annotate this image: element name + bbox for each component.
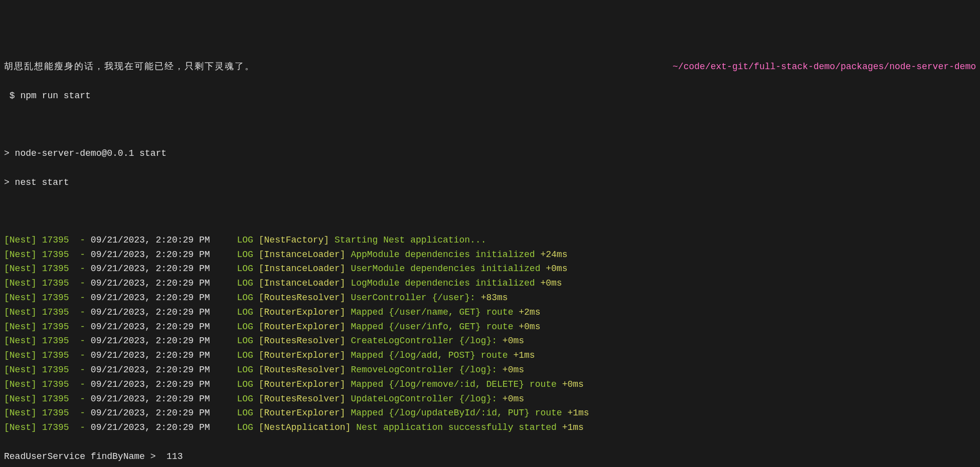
blank-line (4, 204, 976, 218)
nest-timing: +1ms (513, 350, 535, 360)
nest-timestamp: 09/21/2023, 2:20:29 PM (91, 350, 210, 360)
nest-message: Mapped {/log/add, POST} route (351, 350, 508, 360)
nest-pid: 17395 (42, 264, 69, 274)
prompt-line[interactable]: $ npm run start (4, 89, 976, 103)
nest-timing: +0ms (540, 278, 562, 288)
nest-message: Mapped {/log/remove/:id, DELETE} route (351, 379, 556, 389)
nest-log-level: LOG (237, 235, 253, 245)
nest-pid: 17395 (42, 365, 69, 375)
nest-log-level: LOG (237, 408, 253, 418)
nest-timing: +0ms (562, 379, 584, 389)
nest-timestamp: 09/21/2023, 2:20:29 PM (91, 422, 210, 432)
nest-timing: +0ms (503, 365, 524, 375)
header-cwd-path: ~/code/ext-git/full-stack-demo/packages/… (673, 60, 976, 74)
nest-log-level: LOG (237, 264, 253, 274)
nest-pid: 17395 (42, 293, 69, 303)
nest-pid: 17395 (42, 336, 69, 346)
terminal-header: 胡思乱想能瘦身的话，我现在可能已经，只剩下灵魂了。~/code/ext-git/… (4, 60, 976, 74)
nest-timestamp: 09/21/2023, 2:20:29 PM (91, 408, 210, 418)
nest-log-line: [Nest] 17395 - 09/21/2023, 2:20:29 PM LO… (4, 233, 976, 248)
nest-dash: - (69, 350, 91, 360)
nest-message: Nest application successfully started (356, 422, 557, 432)
nest-tag: [Nest] (4, 264, 37, 274)
nest-dash: - (69, 394, 91, 404)
blank-line (4, 117, 976, 132)
nest-dash: - (69, 293, 91, 303)
nest-context: [RouterExplorer] (259, 408, 346, 418)
nest-log-output: [Nest] 17395 - 09/21/2023, 2:20:29 PM LO… (4, 233, 976, 435)
nest-tag: [Nest] (4, 250, 37, 260)
nest-log-level: LOG (237, 278, 253, 288)
nest-log-line: [Nest] 17395 - 09/21/2023, 2:20:29 PM LO… (4, 334, 976, 348)
nest-message: Starting Nest application... (335, 235, 486, 245)
nest-timestamp: 09/21/2023, 2:20:29 PM (91, 250, 210, 260)
nest-log-line: [Nest] 17395 - 09/21/2023, 2:20:29 PM LO… (4, 262, 976, 276)
nest-pid: 17395 (42, 408, 69, 418)
nest-dash: - (69, 278, 91, 288)
nest-context: [RouterExplorer] (259, 322, 346, 332)
nest-context: [InstanceLoader] (259, 264, 346, 274)
nest-tag: [Nest] (4, 408, 37, 418)
nest-pid: 17395 (42, 278, 69, 288)
nest-dash: - (69, 250, 91, 260)
nest-message: Mapped {/user/name, GET} route (351, 307, 513, 317)
header-motto: 胡思乱想能瘦身的话，我现在可能已经，只剩下灵魂了。 (4, 60, 255, 74)
shell-command: npm run start (20, 91, 90, 101)
nest-context: [NestApplication] (259, 422, 351, 432)
nest-log-line: [Nest] 17395 - 09/21/2023, 2:20:29 PM LO… (4, 406, 976, 420)
nest-context: [RoutesResolver] (259, 394, 346, 404)
nest-tag: [Nest] (4, 235, 37, 245)
nest-log-level: LOG (237, 365, 253, 375)
nest-timing: +2ms (519, 307, 540, 317)
nest-context: [RoutesResolver] (259, 336, 346, 346)
nest-log-line: [Nest] 17395 - 09/21/2023, 2:20:29 PM LO… (4, 348, 976, 363)
nest-message: CreateLogController {/log}: (351, 336, 497, 346)
npm-script-line: > nest start (4, 175, 976, 190)
nest-timestamp: 09/21/2023, 2:20:29 PM (91, 336, 210, 346)
nest-dash: - (69, 235, 91, 245)
nest-timestamp: 09/21/2023, 2:20:29 PM (91, 278, 210, 288)
nest-pid: 17395 (42, 422, 69, 432)
nest-message: LogModule dependencies initialized (351, 278, 535, 288)
service-log-output: ReadUserService findByName > 113ReadUser… (4, 449, 976, 467)
nest-log-level: LOG (237, 394, 253, 404)
nest-context: [InstanceLoader] (259, 278, 346, 288)
nest-tag: [Nest] (4, 293, 37, 303)
nest-context: [RoutesResolver] (259, 293, 346, 303)
nest-log-line: [Nest] 17395 - 09/21/2023, 2:20:29 PM LO… (4, 420, 976, 435)
nest-context: [RoutesResolver] (259, 365, 346, 375)
nest-timing: +1ms (562, 422, 584, 432)
nest-log-line: [Nest] 17395 - 09/21/2023, 2:20:29 PM LO… (4, 305, 976, 320)
nest-log-line: [Nest] 17395 - 09/21/2023, 2:20:29 PM LO… (4, 377, 976, 392)
nest-tag: [Nest] (4, 379, 37, 389)
nest-context: [RouterExplorer] (259, 379, 346, 389)
nest-timestamp: 09/21/2023, 2:20:29 PM (91, 293, 210, 303)
nest-message: Mapped {/log/updateById/:id, PUT} route (351, 408, 562, 418)
nest-pid: 17395 (42, 322, 69, 332)
nest-timing: +83ms (481, 293, 508, 303)
nest-message: RemoveLogController {/log}: (351, 365, 497, 375)
service-log-line: ReadUserService findByName > 113 (4, 449, 976, 464)
nest-pid: 17395 (42, 350, 69, 360)
nest-log-level: LOG (237, 307, 253, 317)
nest-pid: 17395 (42, 250, 69, 260)
nest-timestamp: 09/21/2023, 2:20:29 PM (91, 394, 210, 404)
nest-log-level: LOG (237, 293, 253, 303)
nest-timestamp: 09/21/2023, 2:20:29 PM (91, 235, 210, 245)
service-log-line: ReadUserService findByName > 113 (4, 464, 976, 468)
nest-message: Mapped {/user/info, GET} route (351, 322, 513, 332)
nest-dash: - (69, 408, 91, 418)
nest-message: UserModule dependencies initialized (351, 264, 540, 274)
nest-timing: +0ms (546, 264, 567, 274)
nest-log-level: LOG (237, 336, 253, 346)
nest-timestamp: 09/21/2023, 2:20:29 PM (91, 365, 210, 375)
nest-pid: 17395 (42, 235, 69, 245)
nest-log-level: LOG (237, 250, 253, 260)
nest-context: [RouterExplorer] (259, 350, 346, 360)
nest-tag: [Nest] (4, 322, 37, 332)
nest-pid: 17395 (42, 307, 69, 317)
nest-tag: [Nest] (4, 394, 37, 404)
nest-context: [RouterExplorer] (259, 307, 346, 317)
nest-dash: - (69, 307, 91, 317)
nest-tag: [Nest] (4, 307, 37, 317)
